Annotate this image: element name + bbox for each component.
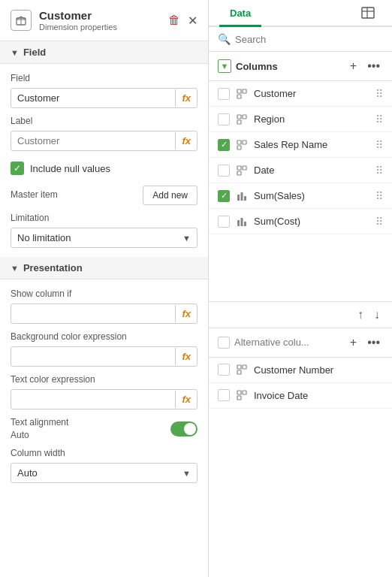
- columns-add-button[interactable]: +: [347, 58, 360, 74]
- search-input[interactable]: [235, 34, 383, 45]
- row-checkbox-4[interactable]: [218, 190, 230, 202]
- drag-handle-4[interactable]: ⠿: [375, 190, 383, 202]
- columns-title: Columns: [236, 61, 342, 72]
- alt-columns-add-button[interactable]: +: [347, 334, 360, 351]
- field-toggle-arrow: ▼: [11, 48, 19, 57]
- bg-color-fx-button[interactable]: fx: [175, 348, 197, 365]
- text-color-input-row: fx: [11, 389, 198, 409]
- svg-rect-7: [243, 89, 246, 93]
- alt-columns-header: Alternative colu... + •••: [209, 328, 392, 358]
- tab-data[interactable]: Data: [219, 0, 261, 27]
- table-row[interactable]: Region ⠿: [209, 107, 392, 132]
- field-fx-button[interactable]: fx: [175, 89, 197, 107]
- field-input-row: fx: [11, 88, 198, 108]
- text-color-label: Text color expression: [11, 374, 198, 385]
- text-alignment-toggle[interactable]: [170, 421, 198, 437]
- left-panel: Customer Dimension properties 🗑 ✕ ▼ Fiel…: [0, 0, 209, 577]
- search-icon: 🔍: [218, 33, 231, 45]
- table-row[interactable]: Sum(Sales) ⠿: [209, 183, 392, 209]
- table-row[interactable]: Sum(Cost) ⠿: [209, 209, 392, 234]
- text-color-group: Text color expression fx: [11, 374, 198, 409]
- include-null-checkbox[interactable]: ✓: [11, 162, 24, 175]
- row-checkbox-0[interactable]: [218, 88, 230, 100]
- alt-row-checkbox-0[interactable]: [218, 364, 230, 376]
- delete-button[interactable]: 🗑: [168, 14, 180, 27]
- columns-header: ▼ Columns + •••: [209, 52, 392, 81]
- table-row[interactable]: Invoice Date: [209, 383, 392, 409]
- measure-icon-4: [236, 190, 248, 202]
- table-row[interactable]: Sales Rep Name ⠿: [209, 132, 392, 158]
- drag-handle-2[interactable]: ⠿: [375, 139, 383, 151]
- svg-rect-27: [237, 391, 241, 394]
- alt-columns-more-button[interactable]: •••: [364, 334, 383, 351]
- field-section-label: Field: [23, 47, 46, 58]
- close-button[interactable]: ✕: [188, 14, 198, 28]
- drag-handle-0[interactable]: ⠿: [375, 88, 383, 100]
- include-null-row: ✓ Include null values: [11, 159, 198, 178]
- alt-columns-checkbox[interactable]: [218, 337, 230, 349]
- svg-rect-20: [244, 196, 246, 201]
- drag-handle-5[interactable]: ⠿: [375, 216, 383, 228]
- column-width-dropdown-arrow: ▼: [182, 469, 191, 478]
- drag-handle-1[interactable]: ⠿: [375, 113, 383, 125]
- header-text: Customer Dimension properties: [39, 9, 161, 32]
- arrow-row: ↑ ↓: [209, 301, 392, 328]
- text-alignment-col: Text alignment Auto: [11, 417, 68, 440]
- dim-icon-2: [236, 139, 248, 151]
- check-mark: ✓: [14, 163, 21, 174]
- text-color-input[interactable]: [11, 390, 175, 409]
- svg-rect-13: [243, 140, 246, 144]
- include-null-label: Include null values: [30, 163, 110, 174]
- bg-color-input[interactable]: [11, 347, 175, 366]
- svg-rect-10: [243, 115, 246, 119]
- svg-rect-26: [237, 370, 241, 374]
- show-column-input[interactable]: [11, 304, 175, 323]
- svg-rect-17: [237, 171, 241, 175]
- toggle-knob: [184, 423, 196, 435]
- svg-rect-18: [237, 195, 240, 201]
- header-actions: 🗑 ✕: [168, 14, 198, 28]
- row-checkbox-5[interactable]: [218, 216, 230, 228]
- master-item-row: Master item Add new: [11, 186, 198, 205]
- limitation-label: Limitation: [11, 213, 198, 223]
- column-width-label: Column width: [11, 448, 198, 458]
- alt-columns-title: Alternative colu...: [234, 337, 342, 348]
- table-icon-button[interactable]: [354, 0, 381, 26]
- row-checkbox-3[interactable]: [218, 165, 230, 177]
- alt-row-checkbox-1[interactable]: [218, 389, 230, 401]
- table-row[interactable]: Customer ⠿: [209, 81, 392, 107]
- svg-rect-16: [243, 166, 246, 170]
- svg-rect-28: [243, 391, 246, 394]
- move-down-button[interactable]: ↓: [372, 307, 381, 323]
- limitation-dropdown[interactable]: No limitation ▼: [11, 228, 198, 248]
- dim-icon-3: [236, 165, 248, 177]
- text-color-fx-button[interactable]: fx: [175, 391, 197, 408]
- row-checkbox-2[interactable]: [218, 139, 230, 151]
- field-form-area: Field fx Label fx ✓ Include null values …: [0, 64, 208, 257]
- table-row[interactable]: Date ⠿: [209, 158, 392, 183]
- move-up-button[interactable]: ↑: [356, 307, 365, 323]
- field-group: Field fx: [11, 73, 198, 108]
- svg-rect-19: [241, 192, 243, 201]
- svg-rect-24: [237, 365, 241, 369]
- presentation-section-toggle[interactable]: ▼ Presentation: [0, 257, 208, 279]
- label-group: Label fx: [11, 116, 198, 151]
- add-new-button[interactable]: Add new: [143, 186, 198, 205]
- presentation-toggle-arrow: ▼: [11, 264, 19, 273]
- show-column-fx-button[interactable]: fx: [175, 305, 197, 322]
- alt-row-label-0: Customer Number: [254, 364, 383, 376]
- field-label: Field: [11, 73, 198, 83]
- column-width-dropdown[interactable]: Auto ▼: [11, 463, 198, 483]
- field-input[interactable]: [11, 89, 175, 107]
- columns-more-button[interactable]: •••: [364, 58, 383, 74]
- text-alignment-label: Text alignment: [11, 417, 68, 427]
- row-checkbox-1[interactable]: [218, 113, 230, 125]
- table-row[interactable]: Customer Number: [209, 358, 392, 383]
- bg-color-label: Background color expression: [11, 331, 198, 342]
- field-section-toggle[interactable]: ▼ Field: [0, 41, 208, 64]
- drag-handle-3[interactable]: ⠿: [375, 165, 383, 177]
- label-fx-button[interactable]: fx: [175, 132, 197, 150]
- dim-icon-1: [236, 113, 248, 125]
- label-input[interactable]: [11, 131, 175, 150]
- columns-collapse-icon[interactable]: ▼: [218, 59, 231, 73]
